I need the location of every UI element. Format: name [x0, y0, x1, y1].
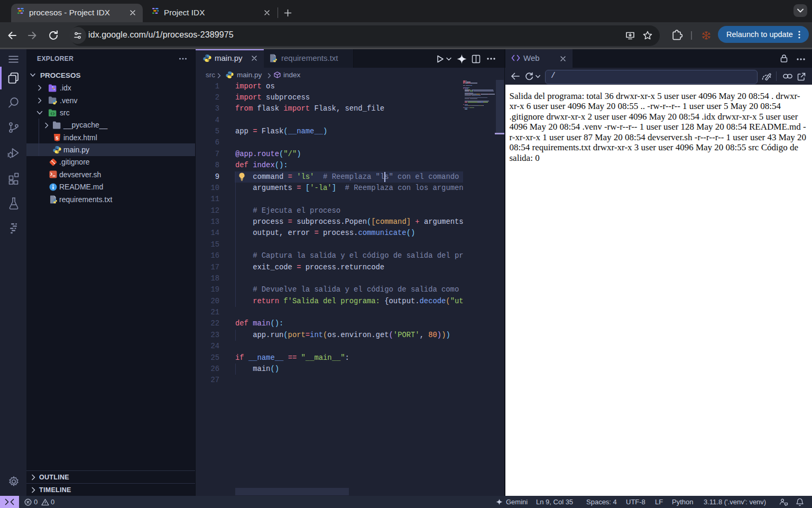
svg-text:5: 5	[56, 134, 59, 140]
